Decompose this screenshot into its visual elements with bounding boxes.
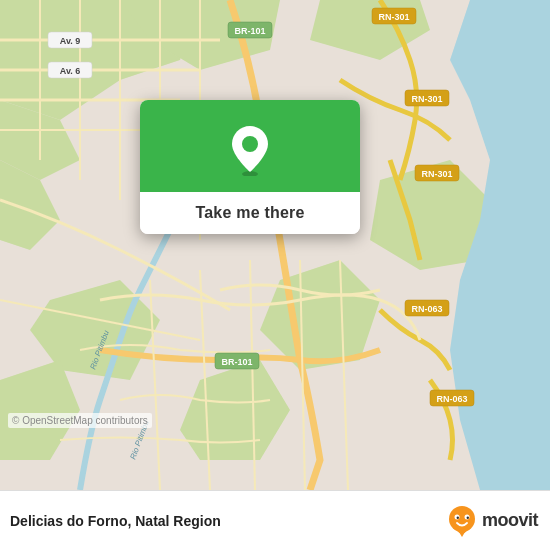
br101-top-label: BR-101 xyxy=(234,26,265,36)
rn063-bottom-label: RN-063 xyxy=(436,394,467,404)
rn301-mid2-label: RN-301 xyxy=(421,169,452,179)
svg-point-40 xyxy=(457,516,459,518)
av6-label: Av. 6 xyxy=(60,66,81,76)
copyright-text: © OpenStreetMap contributors xyxy=(8,413,152,428)
location-pin-icon xyxy=(228,124,272,176)
moovit-icon xyxy=(446,505,478,537)
moovit-text: moovit xyxy=(482,510,538,531)
take-me-there-button[interactable]: Take me there xyxy=(140,192,360,234)
br101-bottom-label: BR-101 xyxy=(221,357,252,367)
rn063-top-label: RN-063 xyxy=(411,304,442,314)
rn301-top-label: RN-301 xyxy=(378,12,409,22)
svg-point-37 xyxy=(449,506,475,532)
bottom-bar: Delicias do Forno, Natal Region moovit xyxy=(0,490,550,550)
svg-point-41 xyxy=(467,516,469,518)
av9-label: Av. 9 xyxy=(60,36,81,46)
popup-card: Take me there xyxy=(140,100,360,234)
map-container: Av. 9 Av. 6 BR-101 BR-101 RN-301 RN-301 … xyxy=(0,0,550,490)
svg-point-36 xyxy=(242,136,258,152)
popup-green-header xyxy=(140,100,360,192)
place-name: Delicias do Forno, Natal Region xyxy=(10,513,221,529)
moovit-logo: moovit xyxy=(446,505,538,537)
bottom-left: Delicias do Forno, Natal Region xyxy=(10,513,221,529)
rn301-mid1-label: RN-301 xyxy=(411,94,442,104)
